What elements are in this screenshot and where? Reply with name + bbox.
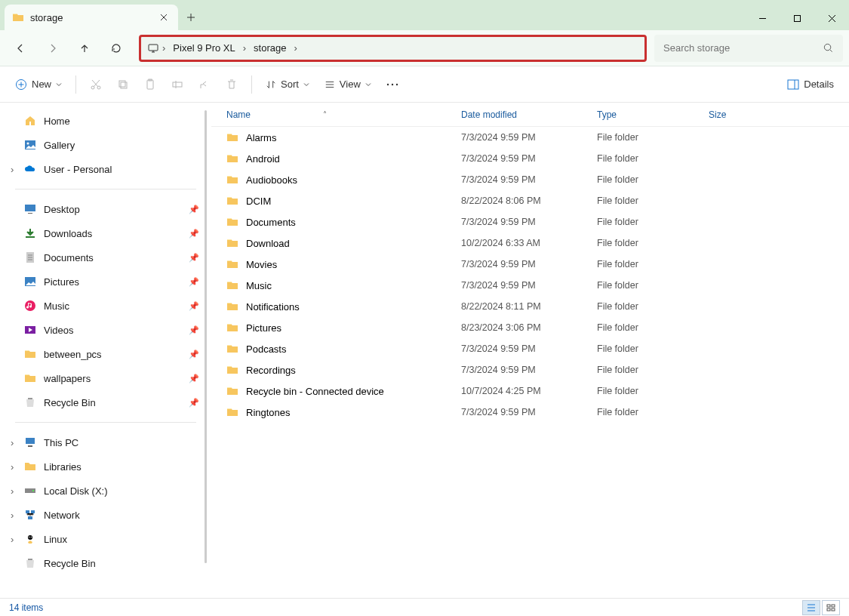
sidebar-item-libraries[interactable]: Libraries [3, 454, 208, 479]
item-name: Pictures [246, 322, 281, 334]
sidebar-item-desktop[interactable]: Desktop📌 [3, 197, 208, 221]
folder-row[interactable]: Documents7/3/2024 9:59 PMFile folder [211, 211, 849, 233]
sidebar-label: Music [44, 300, 69, 312]
view-button[interactable]: View [318, 72, 377, 97]
titlebar: storage [0, 0, 849, 30]
separator [75, 75, 76, 94]
folder-row[interactable]: Recordings7/3/2024 9:59 PMFile folder [211, 359, 849, 380]
sidebar-item-gallery[interactable]: Gallery [3, 133, 208, 157]
copy-button[interactable] [111, 72, 135, 97]
column-header: Name˄ Date modified Type Size [211, 103, 849, 127]
item-type: File folder [597, 174, 709, 185]
item-count: 14 items [9, 602, 43, 613]
more-button[interactable] [380, 72, 405, 97]
sidebar-item-downloads[interactable]: Downloads📌 [3, 221, 208, 245]
breadcrumb-folder[interactable]: storage [249, 39, 291, 57]
sidebar-label: Home [44, 116, 70, 127]
sidebar-item-pictures[interactable]: Pictures📌 [3, 270, 208, 294]
item-type: File folder [597, 343, 709, 354]
minimize-button[interactable] [745, 6, 780, 30]
column-size[interactable]: Size [709, 109, 784, 120]
pin-icon: 📌 [189, 350, 199, 359]
search-input[interactable] [663, 42, 823, 54]
sidebar-item-home[interactable]: Home [3, 109, 208, 133]
search-box[interactable] [654, 35, 843, 62]
sidebar-item-linux[interactable]: Linux [3, 527, 208, 551]
folder-row[interactable]: Recycle bin - Connected device10/7/2024 … [211, 380, 849, 402]
item-type: File folder [597, 259, 709, 270]
sidebar-item-recycle-bin[interactable]: Recycle Bin [3, 551, 208, 575]
sidebar-item-documents[interactable]: Documents📌 [3, 245, 208, 270]
svg-rect-31 [827, 608, 830, 611]
status-bar: 14 items [0, 598, 849, 616]
svg-rect-29 [827, 605, 830, 607]
svg-point-13 [396, 83, 398, 85]
svg-rect-26 [31, 510, 35, 513]
folder-row[interactable]: Podcasts7/3/2024 9:59 PMFile folder [211, 338, 849, 359]
tab-close-button[interactable] [157, 11, 171, 24]
sort-label: Sort [281, 79, 299, 90]
sidebar-item-between-pcs[interactable]: between_pcs📌 [3, 342, 208, 366]
item-name: Documents [246, 217, 296, 228]
sidebar-label: Videos [44, 325, 74, 336]
item-date: 7/3/2024 9:59 PM [461, 365, 597, 375]
view-label: View [340, 79, 361, 90]
sidebar-label: This PC [44, 437, 78, 448]
sidebar-item-wallpapers[interactable]: wallpapers📌 [3, 366, 208, 390]
delete-button[interactable] [220, 72, 244, 97]
sort-button[interactable]: Sort [260, 72, 315, 97]
sidebar-label: Desktop [44, 204, 80, 215]
item-date: 8/22/2024 8:06 PM [461, 196, 597, 206]
sidebar-label: between_pcs [44, 349, 102, 360]
sidebar-item-network[interactable]: Network [3, 503, 208, 527]
column-date[interactable]: Date modified [461, 109, 597, 120]
cut-button[interactable] [84, 72, 108, 97]
folder-row[interactable]: Alarms7/3/2024 9:59 PMFile folder [211, 127, 849, 148]
folder-row[interactable]: Audiobooks7/3/2024 9:59 PMFile folder [211, 169, 849, 190]
folder-row[interactable]: Movies7/3/2024 9:59 PMFile folder [211, 254, 849, 275]
svg-rect-7 [121, 82, 127, 88]
svg-rect-30 [832, 605, 835, 607]
sidebar-label: wallpapers [44, 373, 91, 384]
search-icon [823, 42, 834, 54]
new-button[interactable]: New [9, 72, 68, 97]
folder-row[interactable]: Android7/3/2024 9:59 PMFile folder [211, 148, 849, 169]
column-name[interactable]: Name˄ [223, 109, 461, 120]
back-button[interactable] [6, 35, 36, 62]
thumbnails-view-button[interactable] [822, 600, 840, 615]
refresh-button[interactable] [101, 35, 131, 62]
sidebar-item-user-personal[interactable]: User - Personal [3, 157, 208, 181]
sidebar-item-this-pc[interactable]: This PC [3, 430, 208, 454]
folder-row[interactable]: Pictures8/23/2024 3:06 PMFile folder [211, 317, 849, 338]
sidebar-item-recycle-bin[interactable]: Recycle Bin📌 [3, 390, 208, 414]
pin-icon: 📌 [189, 398, 199, 408]
sidebar-item-local-disk-x-[interactable]: Local Disk (X:) [3, 479, 208, 503]
address-bar[interactable]: › Pixel 9 Pro XL › storage › [139, 35, 647, 62]
details-view-button[interactable] [802, 600, 820, 615]
details-label: Details [804, 79, 834, 90]
rename-button[interactable] [165, 72, 189, 97]
chevron-down-icon [365, 82, 371, 88]
folder-row[interactable]: Notifications8/22/2024 8:11 PMFile folde… [211, 296, 849, 317]
sidebar-item-videos[interactable]: Videos📌 [3, 318, 208, 342]
folder-row[interactable]: Music7/3/2024 9:59 PMFile folder [211, 275, 849, 296]
sidebar-item-music[interactable]: Music📌 [3, 294, 208, 318]
share-button[interactable] [192, 72, 217, 97]
details-pane-button[interactable]: Details [781, 72, 840, 97]
up-button[interactable] [69, 35, 100, 62]
folder-row[interactable]: Ringtones7/3/2024 9:59 PMFile folder [211, 402, 849, 423]
column-type[interactable]: Type [597, 109, 709, 120]
maximize-button[interactable] [780, 6, 814, 30]
new-tab-button[interactable] [178, 5, 204, 30]
close-button[interactable] [814, 6, 849, 30]
breadcrumb-device[interactable]: Pixel 9 Pro XL [168, 39, 239, 57]
item-date: 7/3/2024 9:59 PM [461, 280, 597, 291]
paste-button[interactable] [138, 72, 162, 97]
pin-icon: 📌 [189, 325, 199, 335]
forward-button[interactable] [38, 35, 68, 62]
tab-storage[interactable]: storage [5, 5, 178, 30]
svg-point-12 [392, 83, 393, 85]
folder-row[interactable]: Download10/2/2024 6:33 AMFile folder [211, 233, 849, 254]
sidebar: HomeGalleryUser - PersonalDesktop📌Downlo… [0, 103, 211, 598]
folder-row[interactable]: DCIM8/22/2024 8:06 PMFile folder [211, 190, 849, 211]
